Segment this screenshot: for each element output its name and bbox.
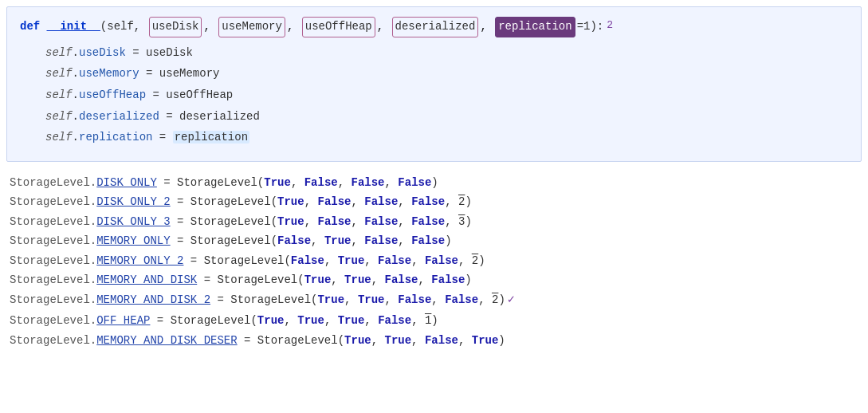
comma2: ,: [287, 18, 300, 37]
def-section: def __init__ ( self, useDisk, useMemory,…: [6, 6, 862, 162]
attr-usememory: useMemory: [79, 67, 139, 80]
storage-line-6: StorageLevel.MEMORY_AND_DISK = StorageLe…: [10, 270, 855, 290]
default-val: =1: [577, 18, 591, 37]
storage-line-3: StorageLevel.DISK_ONLY_3 = StorageLevel(…: [10, 212, 855, 232]
storage-line-2: StorageLevel.DISK_ONLY_2 = StorageLevel(…: [10, 192, 855, 212]
comma1: ,: [203, 18, 217, 37]
param-self: self,: [107, 18, 147, 37]
annotation-2: 2: [607, 17, 613, 34]
storage-line-4: StorageLevel.MEMORY_ONLY = StorageLevel(…: [10, 231, 855, 251]
comma4: ,: [480, 18, 493, 37]
body-line-2: self.useMemory = useMemory: [45, 63, 848, 85]
code-container: def __init__ ( self, useDisk, useMemory,…: [0, 6, 868, 413]
self-kw-4: self: [45, 110, 73, 123]
comma3: ,: [377, 18, 391, 37]
body-line-1: self.useDisk = useDisk: [45, 42, 848, 64]
storage-line-5: StorageLevel.MEMORY_ONLY_2 = StorageLeve…: [10, 251, 855, 271]
function-name: __init__: [47, 18, 100, 37]
attr-deserialized: deserialized: [79, 110, 159, 123]
self-kw-3: self: [45, 88, 73, 101]
param-usedisk: useDisk: [149, 17, 202, 37]
param-deserialized: deserialized: [392, 17, 479, 37]
body-line-3: self.useOffHeap = useOffHeap: [45, 85, 848, 106]
close-paren: ):: [590, 18, 603, 37]
storage-line-7: StorageLevel.MEMORY_AND_DISK_2 = Storage…: [10, 290, 855, 311]
def-keyword: def: [20, 18, 40, 37]
param-replication: replication: [495, 17, 575, 37]
checkmark-icon: ✓: [508, 293, 515, 307]
attr-useoffheap: useOffHeap: [79, 88, 146, 101]
param-useoffheap: useOffHeap: [302, 17, 375, 37]
storage-line-1: StorageLevel.DISK_ONLY = StorageLevel(Tr…: [10, 173, 855, 193]
body-lines: self.useDisk = useDisk self.useMemory = …: [20, 42, 848, 148]
self-kw-2: self: [45, 67, 73, 80]
self-kw-1: self: [45, 46, 73, 59]
param-usememory: useMemory: [218, 17, 285, 37]
body-line-5: self.replication = replication: [45, 127, 848, 148]
self-kw-5: self: [45, 131, 73, 144]
val-usedisk: useDisk: [146, 46, 193, 59]
val-useoffheap: useOffHeap: [166, 88, 233, 101]
body-line-4: self.deserialized = deserialized: [45, 106, 848, 128]
attr-usedisk: useDisk: [79, 46, 126, 59]
val-usememory: useMemory: [159, 67, 220, 80]
storage-section: StorageLevel.DISK_ONLY = StorageLevel(Tr…: [0, 165, 868, 356]
storage-line-8: StorageLevel.OFF_HEAP = StorageLevel(Tru…: [10, 311, 855, 331]
open-paren: (: [100, 18, 107, 37]
val-deserialized: deserialized: [179, 110, 260, 123]
attr-replication: replication: [79, 131, 152, 144]
def-line: def __init__ ( self, useDisk, useMemory,…: [20, 17, 848, 37]
val-replication: replication: [173, 131, 249, 144]
storage-line-9: StorageLevel.MEMORY_AND_DISK_DESER = Sto…: [10, 331, 855, 351]
